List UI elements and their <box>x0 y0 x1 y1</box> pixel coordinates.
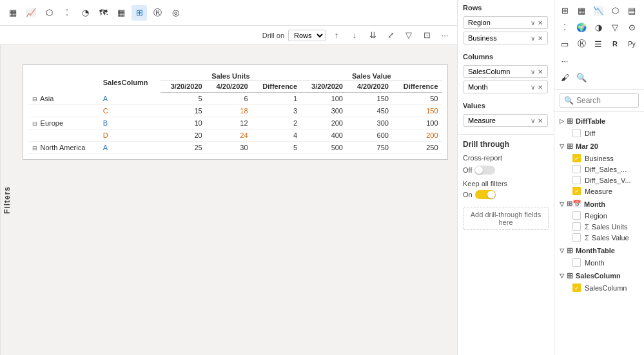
line-chart-icon[interactable]: 📈 <box>23 5 39 21</box>
gauge-icon[interactable]: ◎ <box>168 5 183 21</box>
business-filter-pill[interactable]: Business ∨ ✕ <box>463 32 548 44</box>
sales-column-header: SalesColumn <box>99 70 161 93</box>
business-checkbox[interactable] <box>572 154 581 162</box>
sales-value-field-item[interactable]: Σ Sales Value <box>554 232 644 243</box>
diff-sales-field-item[interactable]: Diff_Sales_... <box>554 164 644 175</box>
analytics-icon[interactable]: 🔍 <box>574 70 589 85</box>
expand-btn[interactable]: ⇊ <box>366 28 380 43</box>
sales-units-checkbox[interactable] <box>572 222 581 231</box>
icon-toolbar: ⊞ ▦ 📉 ⬡ ▤ ⁚ 🌍 ◑ ▽ ⊙ ▭ Ⓚ ☰ R <box>554 0 644 90</box>
pill-close-btn-4[interactable]: ✕ <box>537 84 543 91</box>
pill-actions-2: ∨ ✕ <box>530 35 543 42</box>
cross-report-row: Cross-report <box>463 154 549 162</box>
pill-chevron-btn-3[interactable]: ∨ <box>530 68 536 75</box>
top-icon-bar: ▦ 📈 ⬡ ⁚ ◔ 🗺 ▦ ⊞ Ⓚ ◎ <box>0 0 457 26</box>
measure-filter-pill[interactable]: Measure ∨ ✕ <box>463 114 548 127</box>
filter-icon[interactable]: ▽ <box>402 28 416 43</box>
cross-report-thumb <box>475 166 483 174</box>
region-cell-na: ⊟ North America <box>28 142 99 154</box>
salescolumn-filter-pill[interactable]: SalesColumn ∨ ✕ <box>463 65 548 78</box>
region-filter-pill[interactable]: Region ∨ ✕ <box>463 16 548 29</box>
drill-up-btn[interactable]: ↑ <box>329 28 344 43</box>
kpi-icon[interactable]: Ⓚ <box>150 5 165 21</box>
month-field-item[interactable]: Month <box>554 257 644 268</box>
slicer-vis-icon[interactable]: ☰ <box>590 36 606 52</box>
pie-icon[interactable]: ◔ <box>77 5 93 21</box>
pill-chevron-btn-4[interactable]: ∨ <box>530 84 536 91</box>
business-cell-na: A <box>99 142 161 154</box>
line-vis-icon[interactable]: 📉 <box>590 3 606 18</box>
map-icon[interactable]: 🗺 <box>95 5 111 21</box>
pill-chevron-btn[interactable]: ∨ <box>530 19 536 26</box>
bar-chart-icon[interactable]: ▦ <box>5 5 21 21</box>
cross-report-toggle[interactable] <box>474 166 495 175</box>
diff-sales-checkbox[interactable] <box>572 165 581 173</box>
geo-vis-icon[interactable]: 🌍 <box>574 19 589 35</box>
scatter-icon[interactable]: ⁚ <box>59 5 75 21</box>
focus-icon[interactable]: ⊡ <box>420 28 434 43</box>
gauge-vis-icon[interactable]: ⊙ <box>624 19 639 35</box>
icon-row-3: ▭ Ⓚ ☰ R Py <box>557 36 641 52</box>
salescolumn-label: SalesColumn <box>576 272 621 280</box>
value-d2-e1: 300 <box>347 117 393 130</box>
matrix-icon[interactable]: ⊞ <box>132 5 147 21</box>
salescolumn-group-header[interactable]: ▽ ⊞ SalesColumn <box>554 269 644 282</box>
kpi-vis-icon[interactable]: Ⓚ <box>574 36 589 52</box>
columns-drop-zone: SalesColumn ∨ ✕ Month ∨ ✕ <box>463 64 549 97</box>
diff-field-item[interactable]: Diff <box>554 128 644 139</box>
monthtable-group-header[interactable]: ▽ ⊞ MonthTable <box>554 244 644 257</box>
area-vis-icon[interactable]: ⬡ <box>607 3 623 18</box>
mar20-chevron: ▽ <box>560 143 564 149</box>
rows-drop-zone: Region ∨ ✕ Business ∨ ✕ <box>463 15 549 48</box>
drill-on-select[interactable]: Rows <box>288 30 326 41</box>
py-vis-icon[interactable]: Py <box>624 36 639 52</box>
card-vis-icon[interactable]: ▭ <box>557 36 572 52</box>
search-input[interactable] <box>576 96 644 105</box>
keep-filters-toggle[interactable] <box>475 190 496 199</box>
business-field-item[interactable]: Business <box>554 153 644 164</box>
pill-close-btn-3[interactable]: ✕ <box>537 68 543 75</box>
sales-units-field-item[interactable]: Σ Sales Units <box>554 221 644 232</box>
pill-close-btn[interactable]: ✕ <box>537 19 543 26</box>
r-vis-icon[interactable]: R <box>607 36 623 52</box>
pill-chevron-btn-5[interactable]: ∨ <box>530 117 536 124</box>
diff-sales-v-checkbox[interactable] <box>572 176 581 184</box>
area-chart-icon[interactable]: ⬡ <box>41 5 57 21</box>
units-d1-na: 25 <box>161 142 206 154</box>
format-icon[interactable]: 🖌 <box>557 70 572 85</box>
more-vis-icon[interactable]: ··· <box>557 53 572 68</box>
collapse-btn[interactable]: ⤢ <box>384 28 398 43</box>
region-field-item[interactable]: Region <box>554 210 644 221</box>
units-d1-e2: 20 <box>161 130 206 142</box>
add-drill-through-btn[interactable]: Add drill-through fields here <box>463 207 549 230</box>
ring-vis-icon[interactable]: ◑ <box>590 19 606 35</box>
sales-value-checkbox[interactable] <box>572 233 581 242</box>
more-options-btn[interactable]: ··· <box>438 28 452 43</box>
measure-checkbox[interactable] <box>572 187 581 195</box>
value-d2-2: 450 <box>347 105 393 117</box>
treemap-icon[interactable]: ▦ <box>113 5 129 21</box>
diff-checkbox[interactable] <box>572 129 581 137</box>
pill-chevron-btn-2[interactable]: ∨ <box>530 35 536 42</box>
mar20-group-header[interactable]: ▽ ⊞ Mar 20 <box>554 140 644 153</box>
pill-close-btn-5[interactable]: ✕ <box>537 117 543 124</box>
stacked-vis-icon[interactable]: ▤ <box>624 3 639 18</box>
month-group-header[interactable]: ▽ ⊞📅 Month <box>554 198 644 210</box>
table-row: ⊟ Europe B 10 12 2 200 300 100 <box>28 117 442 130</box>
month-field-checkbox[interactable] <box>572 258 581 267</box>
difftable-group-header[interactable]: ▷ ⊞ DiffTable <box>554 115 644 128</box>
month-filter-pill[interactable]: Month ∨ ✕ <box>463 81 548 93</box>
measure-field-item[interactable]: Measure <box>554 186 644 197</box>
funnel-vis-icon[interactable]: ▽ <box>607 19 623 35</box>
scatter-vis-icon[interactable]: ⁚ <box>557 19 572 35</box>
bar-vis-icon[interactable]: ▦ <box>574 3 589 18</box>
drill-down-btn[interactable]: ↓ <box>347 28 362 43</box>
value-diff: 50 <box>393 93 442 105</box>
salescolumn-field-checkbox[interactable] <box>572 283 581 292</box>
diff-sales-v-field-item[interactable]: Diff_Sales_V... <box>554 175 644 186</box>
table-vis-icon[interactable]: ⊞ <box>557 3 572 18</box>
salescolumn-field-item[interactable]: SalesColumn <box>554 282 644 293</box>
filters-side-tab[interactable]: Filters <box>0 45 13 355</box>
pill-close-btn-2[interactable]: ✕ <box>537 35 543 42</box>
region-checkbox[interactable] <box>572 211 581 220</box>
